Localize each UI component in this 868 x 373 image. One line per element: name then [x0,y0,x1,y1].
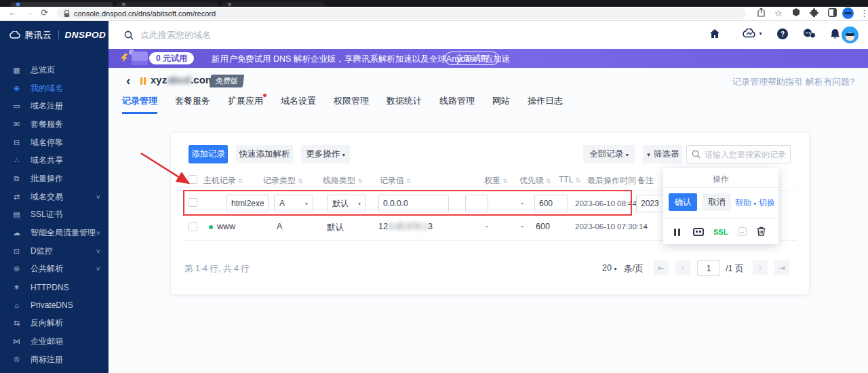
extension-badge-icon[interactable] [792,8,800,18]
type-select[interactable]: A▾ [274,195,313,212]
chevron-down-icon: ∨ [96,248,101,254]
tab-logs[interactable]: 操作日志 [528,95,563,114]
sidebar-item-d-monitor[interactable]: ⊡D监控∨ [0,242,108,260]
sidebar-item-domain-register[interactable]: ▭域名注册 [0,97,108,115]
sidebar-item-my-domains[interactable]: ⊕我的域名 [0,79,108,98]
sidebar-item-trademark[interactable]: ®商标注册 [0,351,108,369]
row-checkbox[interactable] [189,198,197,207]
bookmark-star-icon[interactable]: ☆ [774,8,783,18]
ssl-action-link[interactable]: SSL [713,228,728,236]
back-icon[interactable]: ‹ [126,73,130,88]
confirm-button[interactable]: 确认 [669,193,697,211]
line-select[interactable]: 默认▾ [327,195,366,212]
extensions-puzzle-icon[interactable] [810,8,818,19]
domain-search-placeholder: 点此搜索您的域名 [140,29,211,41]
browser-reload-icon[interactable]: ⟳ [41,7,48,18]
tab-extensions[interactable]: 扩展应用 [228,95,263,114]
record-search-input[interactable] [705,150,785,159]
help-icon[interactable]: ? [777,28,788,39]
user-avatar[interactable] [842,26,859,43]
host-input[interactable] [226,195,269,212]
caret-down-icon: ▾ [753,201,756,207]
sidebar-item-httpdns[interactable]: ∗HTTPDNS [0,278,108,296]
sidebar-item-mailbox[interactable]: ⋈企业邮箱 [0,332,108,351]
pause-record-icon[interactable] [674,229,680,236]
tab-lines[interactable]: 线路管理 [439,95,475,114]
tab-website[interactable]: 网站 [492,95,510,114]
browser-tab[interactable] [11,2,113,7]
row-checkbox[interactable] [189,222,197,231]
cancel-button[interactable]: 取消 [703,193,731,211]
col-host: 主机记录⇅ [203,175,243,186]
notifications-bell-icon[interactable] [830,28,840,42]
sidebar-item-privatedns[interactable]: ⌂PrivateDNS [0,296,108,315]
sidebar-item-overview[interactable]: ▦总览页 [0,61,108,79]
delete-icon[interactable] [757,227,766,239]
record-monitor-icon[interactable] [693,228,704,236]
select-all-checkbox[interactable] [189,175,197,184]
per-page-dropdown[interactable]: 20 ▾ [602,263,616,273]
address-bar[interactable]: console.dnspod.cn/dns/abitsoft.com/recor… [57,8,746,19]
records-help-link[interactable]: 记录管理帮助指引 [732,76,803,88]
tab-permissions[interactable]: 权限管理 [334,95,369,114]
record-scope-dropdown[interactable]: 全部记录 ▾ [583,145,635,163]
quick-add-button[interactable]: 快速添加解析 [236,145,293,163]
tab-package[interactable]: 套餐服务 [175,95,210,114]
sidebar-item-ssl-cert[interactable]: ▤SSL证书 [0,206,108,224]
tab-favicon [16,3,20,6]
sidebar-nav: ▦总览页 ⊕我的域名 ▭域名注册 ✉套餐服务 ⊟域名停靠 ∴域名共享 ⧉批量操作… [0,61,108,369]
edit-note-icon[interactable] [738,227,747,236]
last-page-button[interactable]: ⇥ [774,260,789,275]
weight-input[interactable] [465,195,488,212]
help-dropdown-link[interactable]: 帮助 ▾ [735,197,756,209]
tab-favicon [228,3,231,6]
sidebar-item-reverse-dns[interactable]: ⇆反向解析 [0,315,108,333]
domain-tabs: 记录管理 套餐服务 扩展应用 域名设置 权限管理 数据统计 线路管理 网站 操作… [122,95,563,114]
sidebar-item-package[interactable]: ✉套餐服务 [0,115,108,134]
col-updated: 最后操作时间⇅ [587,175,644,186]
tab-records[interactable]: 记录管理 [122,95,157,114]
console-topbar: 点此搜索您的域名 ▾ ? [108,21,868,49]
lock-icon [64,10,70,18]
browser-tab[interactable] [222,2,324,7]
sidebar-item-traffic[interactable]: ☁智能全局流量管理∨ [0,224,108,242]
browser-tab[interactable] [117,2,218,7]
home-icon[interactable] [709,28,720,41]
value-input[interactable] [378,195,449,212]
brand-dnspod-label: DNSPOD [65,30,106,40]
sidebar-item-batch[interactable]: ⧉批量操作 [0,170,108,188]
domain-search[interactable]: 点此搜索您的域名 [124,29,211,41]
browser-back-icon[interactable]: ← [8,7,17,18]
more-actions-button[interactable]: 更多操作 ▾ [301,145,350,163]
support-chat-icon[interactable] [803,28,816,41]
browser-forward-icon[interactable]: → [24,7,33,18]
page-number-input[interactable] [697,260,720,276]
next-page-button[interactable]: › [753,260,768,275]
chevron-down-icon: ∨ [96,266,101,272]
add-record-button[interactable]: 添加记录 [189,145,228,163]
tab-statistics[interactable]: 数据统计 [387,95,422,114]
cloud-console-icon[interactable]: ▾ [742,28,762,41]
side-panel-icon[interactable] [828,8,837,19]
ttl-input[interactable] [534,195,568,212]
sort-icon: ⇅ [357,178,363,184]
share-icon[interactable] [757,8,766,19]
dns-issue-link[interactable]: 解析有问题? [806,76,854,88]
prev-page-button[interactable]: ‹ [675,260,690,275]
sidebar-item-domain-trade[interactable]: ⇄域名交易∨ [0,188,108,206]
batch-icon: ⧉ [12,174,22,183]
filter-button[interactable]: ▼ 筛选器 [643,145,682,163]
switch-link[interactable]: 切换 [759,197,775,209]
browser-profile-avatar[interactable] [842,7,854,19]
sidebar-item-domain-parking[interactable]: ⊟域名停靠 [0,134,108,152]
tab-domain-settings[interactable]: 域名设置 [281,95,316,114]
brand[interactable]: 腾讯云 DNSPOD [0,21,108,49]
caret-down-icon: ▾ [358,201,361,207]
browser-menu-icon[interactable]: ⋮ [860,8,868,18]
sidebar-item-domain-share[interactable]: ∴域名共享 [0,151,108,170]
promo-cta-button[interactable]: 立即试用 [445,52,499,65]
record-search-box[interactable] [686,145,791,163]
mailbox-icon: ⋈ [12,337,22,346]
first-page-button[interactable]: ⇤ [654,260,669,275]
sidebar-item-public-dns[interactable]: ⊛公共解析∨ [0,260,108,279]
